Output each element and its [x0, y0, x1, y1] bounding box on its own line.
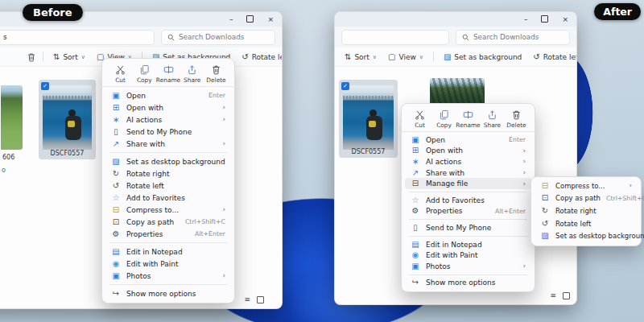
menu-item-set-as-desktop-background[interactable]: ▨Set as desktop background: [535, 229, 638, 242]
file-thumbnail-partial[interactable]: [1, 85, 23, 150]
menu-item-photos[interactable]: ▣Photos›: [405, 261, 531, 272]
menu-separator: [409, 236, 527, 237]
checkbox-checked-icon[interactable]: ✓: [341, 82, 349, 90]
delete-menu-button[interactable]: Delete: [506, 109, 527, 129]
search-placeholder: Search Downloads: [473, 33, 539, 41]
menu-item-send-to-my-phone[interactable]: ▯Send to My Phone: [105, 126, 231, 138]
menu-item-show-more-options[interactable]: ↪Show more options: [405, 278, 531, 289]
minimize-button[interactable]: –: [229, 16, 233, 23]
file-item-selected[interactable]: ✓ DSCF0557: [339, 80, 398, 158]
list-view-icon[interactable]: ≡: [244, 296, 250, 303]
menu-item-set-as-desktop-background[interactable]: ▨Set as desktop background: [105, 155, 231, 167]
menu-icon-label: Share: [184, 76, 200, 84]
menu-item-compress-to[interactable]: ⊟Compress to...›: [535, 180, 638, 192]
menu-item-copy-as-path[interactable]: ⊡Copy as pathCtrl+Shift+C: [535, 192, 638, 205]
menu-item-properties[interactable]: ⚙PropertiesAlt+Enter: [405, 206, 531, 217]
file-item-selected[interactable]: ✓ DSCF0557: [39, 80, 96, 159]
menu-item-send-to-my-phone[interactable]: ▯Send to My Phone: [405, 222, 531, 233]
maximize-button[interactable]: [541, 15, 548, 24]
chevron-right-icon: ›: [222, 140, 225, 147]
set-as-background-button[interactable]: ▨ Set as background: [439, 53, 526, 61]
chevron-right-icon: ›: [222, 116, 225, 123]
menu-item-copy-as-path[interactable]: ⊡Copy as pathCtrl+Shift+C: [105, 216, 231, 228]
chevron-down-icon: ∨: [81, 54, 85, 60]
photos-icon: ▣: [411, 136, 420, 144]
copy-menu-button[interactable]: Copy: [134, 64, 155, 84]
context-menu-before: CutCopyRenameShareDelete▣OpenEnter⊞Open …: [101, 58, 235, 303]
address-row: s Search Downloads: [0, 27, 282, 47]
phone-icon: ▯: [111, 128, 121, 136]
photos-icon: ▣: [411, 262, 420, 270]
menu-item-label: Photos: [426, 262, 450, 270]
menu-item-photos[interactable]: ▣Photos›: [105, 270, 231, 282]
rename-menu-button[interactable]: Rename: [457, 109, 479, 129]
delete-toolbar-button[interactable]: [25, 52, 38, 62]
address-bar[interactable]: s: [0, 30, 155, 45]
menu-item-share-with[interactable]: ↗Share with›: [105, 138, 231, 150]
cut-menu-button[interactable]: Cut: [409, 109, 431, 129]
menu-item-properties[interactable]: ⚙PropertiesAlt+Enter: [105, 228, 231, 240]
show-more-icon: ↪: [111, 290, 121, 298]
menu-item-ai-actions[interactable]: ∗AI actions›: [105, 114, 231, 126]
menu-item-rotate-right[interactable]: ↻Rotate right: [105, 167, 231, 180]
share-menu-button[interactable]: Share: [181, 64, 203, 84]
menu-item-rotate-left[interactable]: ↺Rotate left: [105, 180, 231, 192]
menu-item-label: Photos: [126, 272, 151, 280]
rotate-left-button[interactable]: ↺ Rotate left: [237, 53, 283, 61]
maximize-button[interactable]: [246, 15, 254, 24]
desktop-background-icon: ▨: [111, 158, 121, 166]
context-menu-after: CutCopyRenameShareDelete▣OpenEnter⊞Open …: [401, 103, 535, 292]
share-menu-button[interactable]: Share: [481, 109, 503, 129]
close-button[interactable]: ×: [562, 16, 568, 23]
menu-item-edit-with-paint[interactable]: ◉Edit with Paint: [105, 258, 231, 270]
menu-item-add-to-favorites[interactable]: ☆Add to Favorites: [405, 195, 531, 206]
menu-item-add-to-favorites[interactable]: ☆Add to Favorites: [105, 192, 231, 204]
menu-separator: [409, 275, 527, 275]
close-button[interactable]: ×: [267, 16, 274, 23]
menu-item-rotate-left[interactable]: ↺Rotate left: [535, 217, 638, 230]
file-name: DSCF0557: [39, 150, 96, 157]
address-bar[interactable]: [341, 30, 449, 45]
menu-item-open-with[interactable]: ⊞Open with›: [405, 146, 531, 157]
menu-item-share-with[interactable]: ↗Share with›: [405, 167, 531, 179]
view-icon: ▢: [388, 53, 395, 61]
address-text: s: [3, 33, 7, 41]
minimize-button[interactable]: –: [524, 16, 528, 23]
menu-item-edit-with-paint[interactable]: ◉Edit with Paint: [405, 250, 531, 261]
menu-item-open-with[interactable]: ⊞Open with›: [105, 101, 231, 114]
search-box[interactable]: Search Downloads: [161, 30, 275, 45]
show-more-icon: ↪: [411, 279, 420, 287]
copy-icon: [439, 109, 449, 120]
thumbnail-view-icon[interactable]: [563, 292, 570, 299]
menu-item-label: Send to My Phone: [426, 224, 491, 232]
photo-vest: [369, 121, 376, 127]
menu-item-open[interactable]: ▣OpenEnter: [105, 89, 231, 101]
menu-item-manage-file[interactable]: ⊟Manage file›: [405, 178, 531, 189]
delete-menu-button[interactable]: Delete: [205, 64, 227, 84]
cut-menu-button[interactable]: Cut: [109, 64, 131, 84]
menu-item-show-more-options[interactable]: ↪Show more options: [105, 287, 231, 299]
sort-label: Sort: [354, 53, 369, 61]
rotate-left-button[interactable]: ↺ Rotate left: [528, 53, 577, 61]
menu-item-rotate-right[interactable]: ↻Rotate right: [535, 204, 638, 217]
thumbnail-view-icon[interactable]: [257, 296, 264, 303]
sort-icon: ⇅: [345, 53, 351, 61]
rotate-left-label: Rotate left: [543, 53, 577, 61]
list-view-icon[interactable]: ≡: [550, 292, 556, 299]
menu-separator: [409, 192, 527, 192]
menu-item-ai-actions[interactable]: ∗AI actions›: [405, 156, 531, 167]
menu-item-label: Share with: [426, 169, 464, 177]
copy-menu-button[interactable]: Copy: [433, 109, 455, 129]
file-name-partial: 606: [2, 154, 14, 161]
menu-item-edit-in-notepad[interactable]: ▤Edit in Notepad: [405, 239, 531, 250]
rotate-right-icon: ↻: [111, 170, 121, 178]
rename-menu-button[interactable]: Rename: [158, 64, 180, 84]
checkbox-checked-icon[interactable]: ✓: [41, 82, 49, 90]
menu-item-compress-to[interactable]: ⊟Compress to...›: [105, 204, 231, 216]
sort-button[interactable]: ⇅ Sort ∨: [48, 53, 90, 61]
sort-button[interactable]: ⇅ Sort ∨: [340, 53, 382, 61]
search-box[interactable]: Search Downloads: [456, 30, 570, 45]
menu-item-edit-in-notepad[interactable]: ▤Edit in Notepad: [105, 246, 231, 258]
view-button[interactable]: ▢ View ∨: [383, 53, 428, 61]
menu-item-open[interactable]: ▣OpenEnter: [405, 134, 531, 146]
